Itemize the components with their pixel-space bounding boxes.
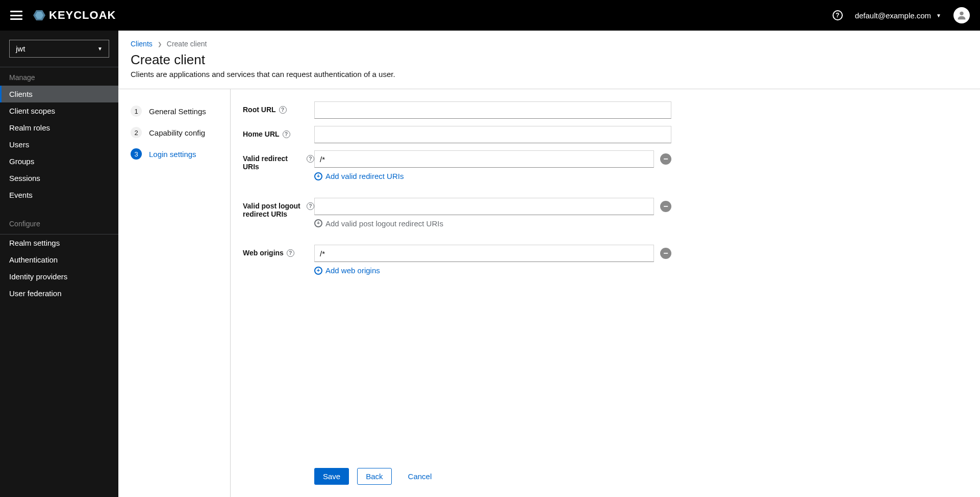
help-icon[interactable]: ?	[283, 130, 290, 138]
logo-text: KEYCLOAK	[49, 9, 116, 22]
nav-section-configure: Configure	[0, 214, 118, 232]
save-button[interactable]: Save	[314, 468, 349, 485]
main-content: Clients ❯ Create client Create client Cl…	[118, 31, 980, 497]
help-icon[interactable]: ?	[833, 10, 843, 20]
page-description: Clients are applications and services th…	[131, 70, 968, 79]
post-logout-uri-input[interactable]	[314, 198, 654, 215]
plus-circle-icon	[314, 172, 322, 180]
add-web-origin-link[interactable]: Add web origins	[314, 266, 380, 275]
web-origin-input[interactable]	[314, 245, 654, 262]
home-url-input[interactable]	[314, 126, 671, 143]
web-origins-label: Web origins	[243, 249, 284, 257]
add-redirect-uri-label: Add valid redirect URIs	[325, 172, 404, 180]
cancel-button[interactable]: Cancel	[400, 468, 440, 484]
nav-realm-settings[interactable]: Realm settings	[0, 234, 118, 251]
svg-point-2	[960, 12, 963, 15]
step-label: Capability config	[149, 128, 205, 137]
nav-client-scopes[interactable]: Client scopes	[0, 102, 118, 119]
wizard-step-general[interactable]: 1 General Settings	[131, 106, 218, 117]
realm-name: jwt	[16, 44, 25, 53]
post-logout-label: Valid post logout redirect URIs	[243, 202, 304, 218]
step-label: General Settings	[149, 107, 206, 116]
nav-authentication[interactable]: Authentication	[0, 251, 118, 268]
footer-actions: Save Back Cancel	[243, 456, 968, 497]
remove-icon[interactable]: −	[660, 201, 671, 212]
remove-icon[interactable]: −	[660, 248, 671, 259]
nav-section-manage: Manage	[0, 67, 118, 86]
root-url-input[interactable]	[314, 101, 671, 119]
add-web-origin-label: Add web origins	[325, 266, 380, 275]
add-post-logout-label: Add valid post logout redirect URIs	[325, 219, 443, 228]
help-icon[interactable]: ?	[307, 202, 314, 210]
keycloak-logo-icon	[33, 9, 46, 21]
nav-users[interactable]: Users	[0, 136, 118, 153]
root-url-label: Root URL	[243, 106, 276, 114]
help-icon[interactable]: ?	[287, 249, 294, 257]
wizard-step-login[interactable]: 3 Login settings	[131, 148, 218, 160]
help-icon[interactable]: ?	[307, 155, 314, 163]
nav-events[interactable]: Events	[0, 187, 118, 203]
help-icon[interactable]: ?	[279, 106, 287, 114]
caret-down-icon: ▼	[936, 13, 941, 18]
breadcrumb: Clients ❯ Create client	[118, 31, 980, 52]
plus-circle-icon	[314, 267, 322, 275]
wizard-step-capability[interactable]: 2 Capability config	[131, 127, 218, 138]
user-menu[interactable]: default@example.com ▼	[855, 11, 941, 20]
home-url-label: Home URL	[243, 130, 280, 138]
user-icon	[956, 10, 967, 21]
plus-circle-icon	[314, 219, 322, 227]
redirect-uri-input[interactable]	[314, 150, 654, 168]
wizard-nav: 1 General Settings 2 Capability config 3…	[118, 89, 231, 497]
realm-selector[interactable]: jwt ▼	[9, 40, 109, 58]
nav-sessions[interactable]: Sessions	[0, 170, 118, 187]
chevron-right-icon: ❯	[158, 41, 162, 47]
nav-groups[interactable]: Groups	[0, 153, 118, 170]
breadcrumb-current: Create client	[167, 40, 207, 48]
caret-down-icon: ▼	[97, 46, 103, 51]
nav-user-federation[interactable]: User federation	[0, 285, 118, 302]
step-number: 2	[131, 127, 142, 138]
add-post-logout-link[interactable]: Add valid post logout redirect URIs	[314, 219, 443, 228]
back-button[interactable]: Back	[357, 468, 391, 485]
nav-identity-providers[interactable]: Identity providers	[0, 268, 118, 285]
sidebar: jwt ▼ Manage Clients Client scopes Realm…	[0, 31, 118, 497]
redirect-uris-label: Valid redirect URIs	[243, 154, 304, 171]
step-number: 3	[131, 148, 142, 160]
keycloak-logo[interactable]: KEYCLOAK	[33, 9, 116, 22]
hamburger-menu-icon[interactable]	[10, 11, 22, 20]
remove-icon[interactable]: −	[660, 153, 671, 165]
user-email: default@example.com	[855, 11, 931, 20]
breadcrumb-parent[interactable]: Clients	[131, 40, 153, 48]
top-header: KEYCLOAK ? default@example.com ▼	[0, 0, 980, 31]
nav-clients[interactable]: Clients	[0, 86, 118, 102]
nav-realm-roles[interactable]: Realm roles	[0, 119, 118, 136]
avatar[interactable]	[953, 7, 970, 23]
add-redirect-uri-link[interactable]: Add valid redirect URIs	[314, 172, 404, 180]
step-label: Login settings	[149, 150, 196, 159]
page-title: Create client	[131, 52, 968, 68]
step-number: 1	[131, 106, 142, 117]
